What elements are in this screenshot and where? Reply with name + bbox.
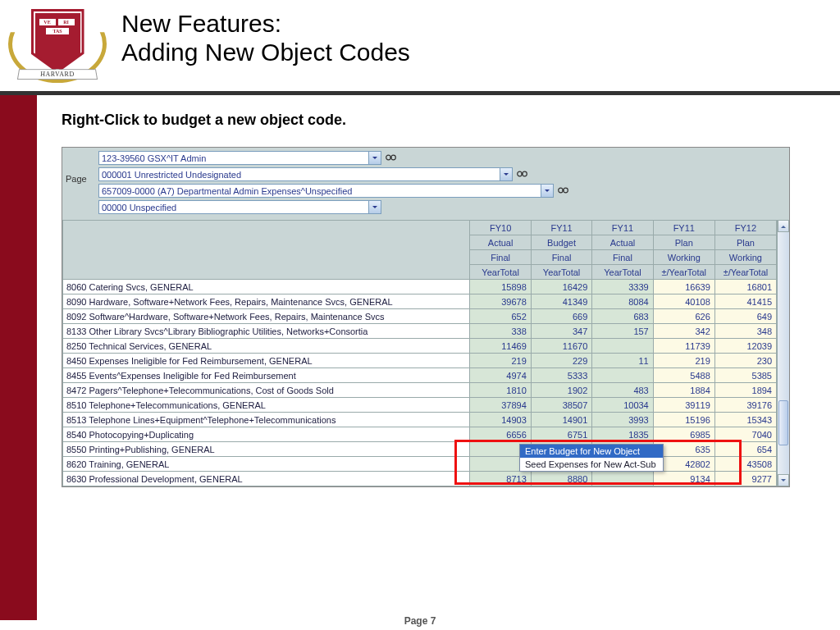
scroll-down-icon[interactable] (778, 474, 789, 486)
cell-value[interactable]: 8084 (592, 294, 653, 309)
table-row[interactable]: 8472 Pagers^Telephone+Telecommunications… (63, 383, 777, 398)
cell-value[interactable]: 16801 (714, 280, 776, 294)
row-description[interactable]: 8060 Catering Svcs, GENERAL (63, 280, 470, 294)
cell-value[interactable]: 41415 (714, 294, 776, 309)
cell-value[interactable] (592, 339, 653, 354)
menu-item-new-object[interactable]: Enter Budget for New Object (520, 445, 663, 458)
vertical-scrollbar[interactable] (777, 220, 789, 486)
dropdown-fund[interactable]: 000001 Unrestricted Undesignated (98, 167, 513, 181)
row-description[interactable]: 8455 Events^Expenses Ineligible for Fed … (63, 368, 470, 383)
menu-item-seed-expenses[interactable]: Seed Expenses for New Act-Sub (520, 458, 663, 471)
cell-value[interactable]: 219 (470, 354, 531, 368)
table-row[interactable]: 8060 Catering Svcs, GENERAL1589816429333… (63, 280, 777, 294)
cell-value[interactable]: 12039 (714, 339, 776, 354)
cell-value[interactable]: 11739 (653, 339, 714, 354)
table-row[interactable]: 8090 Hardware, Software+Network Fees, Re… (63, 294, 777, 309)
dropdown-sub[interactable]: 00000 Unspecified (98, 200, 381, 214)
table-row[interactable]: 8133 Other Library Svcs^Library Bibliogr… (63, 324, 777, 339)
budget-app-window: Page 123-39560 GSX^IT Admin 000001 Unres… (62, 147, 790, 487)
cell-value[interactable]: 37894 (470, 398, 531, 413)
row-description[interactable]: 8630 Professional Development, GENERAL (63, 472, 470, 486)
dropdown-org[interactable]: 123-39560 GSX^IT Admin (98, 151, 381, 165)
cell-value[interactable]: 1902 (531, 383, 591, 398)
cell-value[interactable]: 15898 (470, 280, 531, 294)
cell-value[interactable]: 3339 (592, 280, 653, 294)
row-description[interactable]: 8133 Other Library Svcs^Library Bibliogr… (63, 324, 470, 339)
search-icon[interactable] (516, 168, 528, 180)
cell-value[interactable]: 10034 (592, 398, 653, 413)
cell-value[interactable]: 41349 (531, 294, 591, 309)
slide-header: VE RI TAS HARVARD New Features: Adding N… (0, 0, 840, 89)
cell-value[interactable]: 342 (653, 324, 714, 339)
search-icon[interactable] (557, 185, 569, 197)
cell-value[interactable]: 40108 (653, 294, 714, 309)
cell-value[interactable]: 15343 (714, 413, 776, 427)
search-icon[interactable] (385, 152, 397, 164)
cell-value[interactable]: 649 (714, 309, 776, 324)
cell-value[interactable]: 5488 (653, 368, 714, 383)
cell-value[interactable]: 348 (714, 324, 776, 339)
cell-value[interactable]: 11 (592, 354, 653, 368)
row-description[interactable]: 8513 Telephone Lines+Equipment^Telephone… (63, 413, 470, 427)
cell-value[interactable]: 5333 (531, 368, 591, 383)
cell-value[interactable]: 38507 (531, 398, 591, 413)
table-row[interactable]: 8513 Telephone Lines+Equipment^Telephone… (63, 413, 777, 427)
cell-value[interactable]: 157 (592, 324, 653, 339)
cell-value[interactable]: 483 (592, 383, 653, 398)
cell-value[interactable]: 11670 (531, 339, 591, 354)
row-description[interactable]: 8510 Telephone+Telecommunications, GENER… (63, 398, 470, 413)
left-sidebar (0, 95, 37, 620)
cell-value[interactable]: 347 (531, 324, 591, 339)
table-row[interactable]: 8450 Expenses Ineligible for Fed Reimbur… (63, 354, 777, 368)
scroll-up-icon[interactable] (778, 220, 789, 232)
row-description[interactable]: 8540 Photocopying+Duplicating (63, 427, 470, 442)
cell-value[interactable]: 15196 (653, 413, 714, 427)
cell-value[interactable]: 4974 (470, 368, 531, 383)
cell-value[interactable]: 230 (714, 354, 776, 368)
row-description[interactable]: 8550 Printing+Publishing, GENERAL (63, 442, 470, 457)
row-description[interactable]: 8092 Software^Hardware, Software+Network… (63, 309, 470, 324)
row-description[interactable]: 8250 Technical Services, GENERAL (63, 339, 470, 354)
row-description[interactable]: 8620 Training, GENERAL (63, 457, 470, 472)
cell-value[interactable]: 16639 (653, 280, 714, 294)
cell-value[interactable]: 14901 (531, 413, 591, 427)
cell-value[interactable]: 338 (470, 324, 531, 339)
row-description[interactable]: 8090 Hardware, Software+Network Fees, Re… (63, 294, 470, 309)
chevron-down-icon (368, 201, 381, 213)
cell-value[interactable]: 16429 (531, 280, 591, 294)
chevron-down-icon (500, 168, 512, 180)
table-row[interactable]: 8092 Software^Hardware, Software+Network… (63, 309, 777, 324)
harvard-crest: VE RI TAS HARVARD (8, 5, 107, 83)
cell-value[interactable]: 11469 (470, 339, 531, 354)
cell-value[interactable]: 39176 (714, 398, 776, 413)
scroll-thumb[interactable] (778, 400, 788, 445)
cell-value[interactable]: 1894 (714, 383, 776, 398)
cell-value[interactable]: 1810 (470, 383, 531, 398)
context-menu[interactable]: Enter Budget for New Object Seed Expense… (519, 444, 664, 472)
table-row[interactable]: 8510 Telephone+Telecommunications, GENER… (63, 398, 777, 413)
svg-point-7 (564, 188, 568, 193)
cell-value[interactable]: 229 (531, 354, 591, 368)
table-row[interactable]: 8250 Technical Services, GENERAL11469116… (63, 339, 777, 354)
cell-value[interactable]: 669 (531, 309, 591, 324)
instruction-text: Right-Click to budget a new object code. (62, 112, 817, 129)
cell-value[interactable]: 683 (592, 309, 653, 324)
dropdown-activity[interactable]: 657009-0000 (A7) Departmental Admin Expe… (98, 184, 554, 198)
cell-value[interactable]: 219 (653, 354, 714, 368)
row-description[interactable]: 8450 Expenses Ineligible for Fed Reimbur… (63, 354, 470, 368)
row-description[interactable]: 8472 Pagers^Telephone+Telecommunications… (63, 383, 470, 398)
svg-point-0 (386, 155, 391, 160)
cell-value[interactable]: 5385 (714, 368, 776, 383)
cell-value[interactable]: 3993 (592, 413, 653, 427)
cell-value[interactable]: 39119 (653, 398, 714, 413)
page-label: Page (66, 174, 87, 184)
cell-value[interactable]: 626 (653, 309, 714, 324)
cell-value[interactable] (592, 368, 653, 383)
table-row[interactable]: 8455 Events^Expenses Ineligible for Fed … (63, 368, 777, 383)
svg-point-1 (391, 155, 396, 160)
cell-value[interactable]: 652 (470, 309, 531, 324)
cell-value[interactable]: 1884 (653, 383, 714, 398)
cell-value[interactable]: 14903 (470, 413, 531, 427)
chevron-down-icon (541, 185, 553, 197)
cell-value[interactable]: 39678 (470, 294, 531, 309)
